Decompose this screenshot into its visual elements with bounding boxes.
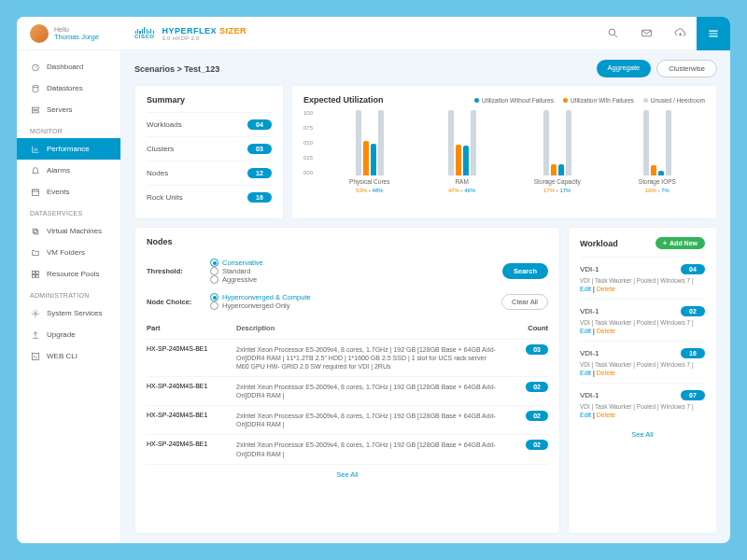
- delete-link[interactable]: Delete: [597, 412, 615, 418]
- avatar: [30, 24, 49, 43]
- node-row: HX-SP-240M4S-BE1 2xIntel Xeon Processor …: [147, 406, 548, 435]
- bar-with-failures: [456, 145, 461, 175]
- delete-link[interactable]: Delete: [597, 286, 615, 292]
- edit-link[interactable]: Edit: [580, 412, 591, 418]
- summary-badge: 03: [247, 144, 272, 154]
- nodes-table: Part Description Count HX-SP-240M4S-BE1 …: [147, 318, 548, 524]
- bar-group: Storage Capacity 17% - 17%: [534, 110, 581, 193]
- search-button[interactable]: Search: [502, 263, 548, 279]
- svg-point-13: [34, 312, 36, 315]
- bar-without-failures: [658, 171, 664, 175]
- nav-dashboard[interactable]: Dashboard: [17, 56, 120, 77]
- nav-datastores[interactable]: Datastores: [17, 77, 120, 99]
- page-header: Scenarios > Test_123 Aggregate Clusterwi…: [134, 60, 717, 77]
- node-row: HX-SP-240M4S-BE1 2xIntel Xeon Processor …: [147, 435, 548, 464]
- delete-link[interactable]: Delete: [597, 370, 615, 376]
- nav-resourcepools[interactable]: Resource Pools: [17, 263, 120, 285]
- user-greeting: Hello: [54, 26, 99, 33]
- user-section[interactable]: Hello Thomas Jorge: [17, 24, 121, 43]
- pill-aggregate[interactable]: Aggregate: [597, 60, 652, 77]
- utilization-chart: 100075050025000 Physical Cores 53% - 48%…: [303, 110, 705, 193]
- bar-without-failures: [463, 146, 469, 175]
- server-icon: [30, 105, 40, 115]
- nav-header-dataservices: DATASERVICES: [17, 203, 120, 220]
- nodes-see-all[interactable]: See All: [147, 465, 548, 484]
- count-badge: 02: [526, 382, 548, 392]
- clear-button[interactable]: Clear All: [501, 294, 548, 310]
- summary-badge: 16: [247, 192, 272, 203]
- sidebar: Dashboard Datastores Servers MONITOR Per…: [17, 50, 121, 543]
- choice-label: Node Choice:: [147, 298, 203, 306]
- gear-icon: [30, 308, 40, 318]
- grid-icon: [30, 269, 40, 279]
- workload-item: VDI-102 VDI | Task Waorker | Pooled | Wi…: [580, 299, 705, 341]
- breadcrumb: Scenarios > Test_123: [134, 64, 219, 74]
- node-row: HX-SP-240M4S-BE1 2xIntel Xeon Processor …: [147, 377, 548, 406]
- svg-rect-9: [32, 271, 35, 273]
- edit-link[interactable]: Edit: [580, 286, 591, 292]
- chart-icon: [30, 144, 40, 154]
- svg-rect-12: [35, 274, 38, 277]
- summary-card: Summary Workloads04Clusters03Nodes12Rock…: [134, 85, 284, 219]
- workload-card: Workload +Add New VDI-104 VDI | Task Wao…: [568, 227, 717, 534]
- workload-badge: 02: [681, 306, 705, 316]
- workload-badge: 04: [681, 264, 705, 274]
- radio-threshold-standard[interactable]: Standard: [210, 267, 263, 275]
- utilization-title: Expected Utilization: [303, 95, 384, 105]
- nav-servers[interactable]: Servers: [17, 99, 120, 120]
- bar-with-failures: [651, 165, 656, 175]
- workload-item: VDI-104 VDI | Task Waorker | Pooled | Wi…: [580, 257, 705, 299]
- svg-rect-8: [34, 230, 37, 233]
- nav-performance[interactable]: Performance: [17, 138, 120, 160]
- svg-rect-6: [32, 189, 38, 195]
- svg-rect-5: [32, 110, 38, 112]
- folder-icon: [30, 247, 40, 258]
- summary-badge: 04: [247, 119, 272, 130]
- nodes-title: Nodes: [147, 237, 548, 246]
- summary-row: Workloads04: [147, 112, 272, 136]
- count-badge: 02: [526, 440, 548, 450]
- radio-threshold-aggressive[interactable]: Aggressive: [210, 275, 263, 284]
- download-icon[interactable]: [663, 17, 697, 50]
- radio-threshold-conservative[interactable]: Conservative: [210, 259, 263, 267]
- bar-without-failures: [371, 144, 376, 175]
- svg-point-3: [33, 85, 38, 88]
- summary-row: Nodes12: [147, 161, 272, 185]
- workload-item: VDI-116 VDI | Task Waorker | Pooled | Wi…: [580, 341, 705, 383]
- summary-title: Summary: [147, 95, 272, 105]
- nav-events[interactable]: Events: [17, 181, 120, 203]
- svg-rect-11: [32, 274, 35, 277]
- workload-see-all[interactable]: See All: [580, 425, 705, 444]
- menu-button[interactable]: [697, 17, 730, 50]
- edit-link[interactable]: Edit: [580, 370, 591, 376]
- bell-icon: [30, 165, 40, 175]
- nav-webcli[interactable]: WEB CLI: [17, 345, 120, 367]
- delete-link[interactable]: Delete: [597, 328, 615, 334]
- nav-systemservices[interactable]: System Services: [17, 302, 120, 324]
- nodes-card: Nodes Threshold: ConservativeStandardAgg…: [134, 227, 560, 534]
- threshold-label: Threshold:: [147, 267, 203, 275]
- svg-rect-10: [35, 271, 38, 273]
- nav-vmfolders[interactable]: VM Folders: [17, 242, 120, 263]
- upload-icon: [30, 329, 40, 340]
- pill-clusterwise[interactable]: Clusterwise: [656, 60, 717, 77]
- svg-rect-7: [33, 229, 36, 232]
- bar-without-failures: [558, 164, 564, 175]
- radio-choice-1[interactable]: Hyperconverged Only: [210, 301, 311, 310]
- nav-alarms[interactable]: Alarms: [17, 160, 120, 181]
- terminal-icon: [30, 351, 40, 361]
- add-workload-button[interactable]: +Add New: [655, 237, 705, 249]
- mail-icon[interactable]: [629, 17, 663, 50]
- svg-point-0: [609, 29, 615, 35]
- user-name: Thomas Jorge: [54, 33, 99, 41]
- nav-vms[interactable]: Virtual Machines: [17, 220, 120, 242]
- workload-title: Workload: [580, 239, 618, 248]
- edit-link[interactable]: Edit: [580, 328, 591, 334]
- bar-with-failures: [551, 164, 557, 175]
- bar-group: Physical Cores 53% - 48%: [349, 110, 389, 193]
- gauge-icon: [30, 62, 40, 72]
- workload-item: VDI-107 VDI | Task Waorker | Pooled | Wi…: [580, 383, 705, 425]
- search-icon[interactable]: [596, 17, 629, 50]
- radio-choice-0[interactable]: Hyperconverged & Compute: [210, 293, 311, 301]
- nav-upgrade[interactable]: Upgrade: [17, 324, 120, 345]
